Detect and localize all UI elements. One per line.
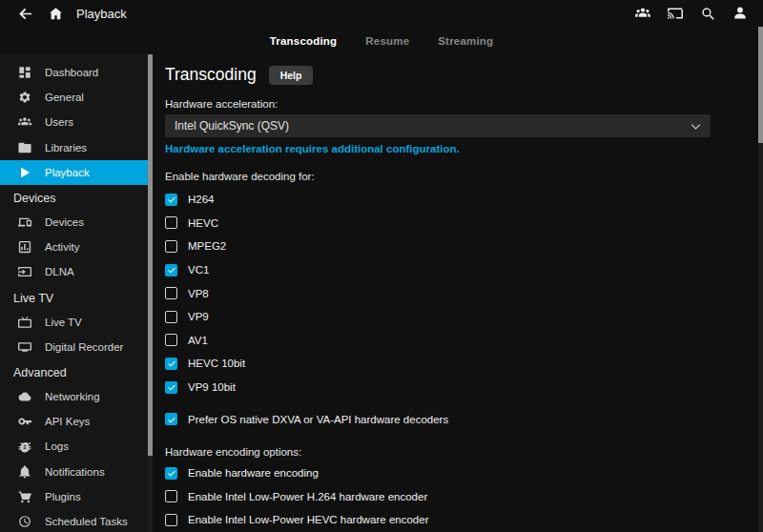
sidebar-item-label: Notifications (45, 466, 105, 478)
checkbox-row-vc1[interactable]: VC1 (165, 258, 750, 282)
checkbox-row-enable-hardware-encoding[interactable]: Enable hardware encoding (165, 461, 750, 485)
sidebar-item-label: General (45, 92, 84, 103)
sidebar-item-label: Libraries (45, 142, 87, 153)
sidebar-item-libraries[interactable]: Libraries (0, 135, 153, 160)
help-button[interactable]: Help (269, 66, 314, 85)
sidebar-item-label: DLNA (45, 266, 74, 277)
page-title: Playback (76, 7, 127, 21)
devices-icon (18, 215, 31, 229)
checkbox-row-enable-intel-low-power-hevc-hardware-encoder[interactable]: Enable Intel Low-Power HEVC hardware enc… (165, 508, 750, 532)
sidebar-item-live-tv[interactable]: Live TV (0, 310, 153, 335)
checkbox-av1[interactable] (165, 334, 177, 346)
user-button[interactable] (729, 2, 752, 25)
search-icon (700, 6, 715, 21)
tab-strip: TranscodingResumeStreaming (0, 27, 763, 54)
checkbox-hevc-10bit[interactable] (165, 358, 177, 370)
checkbox-label[interactable]: Enable Intel Low-Power HEVC hardware enc… (188, 514, 429, 525)
sidebar-list: DashboardGeneralUsersLibrariesPlaybackDe… (0, 60, 153, 532)
title-row: Transcoding Help (165, 65, 750, 85)
checkbox-label[interactable]: Prefer OS native DXVA or VA-API hardware… (188, 414, 448, 425)
home-icon (49, 7, 63, 21)
checkbox-prefer-os-native-dxva-or-va-api-hardware-decoders[interactable] (165, 413, 177, 425)
sidebar-item-digital-recorder[interactable]: Digital Recorder (0, 335, 153, 359)
gear-icon (18, 91, 31, 104)
checkbox-label[interactable]: VC1 (188, 264, 209, 276)
checkbox-row-hevc-10bit[interactable]: HEVC 10bit (165, 352, 750, 376)
checkbox-row-mpeg2[interactable]: MPEG2 (165, 235, 750, 258)
checkbox-label[interactable]: HEVC 10bit (188, 358, 245, 369)
checkbox-label[interactable]: H264 (188, 194, 215, 205)
dvr-icon (18, 340, 31, 354)
checkbox-mpeg2[interactable] (165, 240, 177, 253)
page-scrollbar[interactable] (758, 27, 763, 532)
main-content: Transcoding Help Hardware acceleration: … (153, 54, 763, 532)
sidebar-item-activity[interactable]: Activity (0, 235, 153, 259)
search-button[interactable] (696, 2, 719, 25)
checkbox-label[interactable]: VP9 (188, 311, 209, 322)
chevron-down-icon (690, 120, 702, 133)
sidebar-item-devices[interactable]: Devices (0, 210, 153, 235)
sidebar-section-advanced: Advanced (0, 359, 153, 384)
sidebar-item-plugins[interactable]: Plugins (0, 484, 153, 509)
person-icon (732, 6, 748, 21)
live-tv-icon (18, 316, 31, 329)
checkbox-label[interactable]: HEVC (188, 217, 218, 229)
checkbox-row-vp8[interactable]: VP8 (165, 281, 750, 305)
sidebar-item-label: Live TV (45, 317, 82, 328)
cart-icon (18, 490, 31, 503)
home-button[interactable] (44, 2, 67, 25)
sidebar: DashboardGeneralUsersLibrariesPlaybackDe… (0, 54, 153, 532)
checkbox-enable-hardware-encoding[interactable] (165, 467, 177, 480)
checkbox-row-enable-intel-low-power-h-264-hardware-encoder[interactable]: Enable Intel Low-Power H.264 hardware en… (165, 485, 750, 509)
tab-resume[interactable]: Resume (365, 35, 409, 47)
sidebar-item-general[interactable]: General (0, 85, 153, 110)
checkbox-vc1[interactable] (165, 264, 177, 276)
syncplay-button[interactable] (631, 2, 654, 25)
tab-streaming[interactable]: Streaming (438, 35, 493, 47)
page-scrollbar-thumb[interactable] (758, 27, 763, 143)
checkbox-row-hevc[interactable]: HEVC (165, 212, 750, 235)
checkbox-label[interactable]: Enable hardware encoding (188, 467, 319, 479)
checkbox-label[interactable]: VP9 10bit (188, 381, 236, 393)
selected-option: Intel QuickSync (QSV) (175, 119, 289, 133)
checkbox-row-vp9-10bit[interactable]: VP9 10bit (165, 376, 750, 399)
sidebar-item-api-keys[interactable]: API Keys (0, 409, 153, 434)
arrow-left-icon (18, 7, 32, 21)
checkbox-label[interactable]: MPEG2 (188, 240, 226, 252)
sidebar-item-playback[interactable]: Playback (0, 160, 153, 185)
checkbox-row-prefer-os-native-dxva-or-va-api-hardware-decoders[interactable]: Prefer OS native DXVA or VA-API hardware… (165, 407, 750, 431)
bell-icon (18, 465, 31, 479)
back-button[interactable] (13, 2, 36, 25)
content-layout: DashboardGeneralUsersLibrariesPlaybackDe… (0, 54, 763, 532)
sidebar-item-notifications[interactable]: Notifications (0, 459, 153, 483)
sidebar-item-label: Devices (45, 216, 84, 228)
checkbox-h264[interactable] (165, 194, 177, 206)
checkbox-row-vp9[interactable]: VP9 (165, 305, 750, 329)
folder-icon (18, 141, 31, 154)
sidebar-item-logs[interactable]: Logs (0, 434, 153, 459)
sidebar-item-scheduled-tasks[interactable]: Scheduled Tasks (0, 509, 153, 532)
hardware-acceleration-select[interactable]: Intel QuickSync (QSV) (165, 114, 711, 137)
checkbox-label[interactable]: VP8 (188, 288, 209, 299)
checkbox-enable-intel-low-power-hevc-hardware-encoder[interactable] (165, 514, 177, 526)
checkbox-row-h264[interactable]: H264 (165, 188, 750, 212)
sidebar-item-users[interactable]: Users (0, 110, 153, 134)
sidebar-item-networking[interactable]: Networking (0, 384, 153, 409)
appbar-left (13, 2, 67, 25)
sidebar-item-dashboard[interactable]: Dashboard (0, 60, 153, 85)
input-icon (18, 265, 31, 278)
checkbox-hevc[interactable] (165, 216, 177, 229)
sidebar-item-dlna[interactable]: DLNA (0, 259, 153, 284)
checkbox-vp9[interactable] (165, 311, 177, 323)
cast-button[interactable] (664, 2, 687, 25)
hardware-acceleration-label: Hardware acceleration: (165, 98, 750, 110)
checkbox-row-av1[interactable]: AV1 (165, 329, 750, 353)
checkbox-enable-intel-low-power-h-264-hardware-encoder[interactable] (165, 490, 177, 502)
checkbox-label[interactable]: Enable Intel Low-Power H.264 hardware en… (188, 491, 427, 502)
checkbox-vp8[interactable] (165, 287, 177, 299)
app-bar: Playback (0, 0, 763, 27)
checkbox-vp9-10bit[interactable] (165, 381, 177, 394)
play-icon (18, 166, 31, 179)
tab-transcoding[interactable]: Transcoding (270, 35, 338, 47)
checkbox-label[interactable]: AV1 (188, 335, 208, 346)
